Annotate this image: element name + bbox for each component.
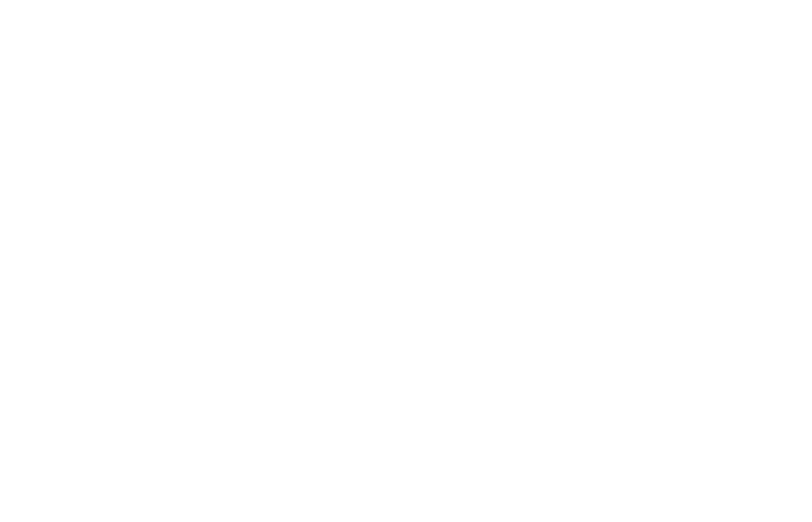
diagram <box>0 0 812 522</box>
